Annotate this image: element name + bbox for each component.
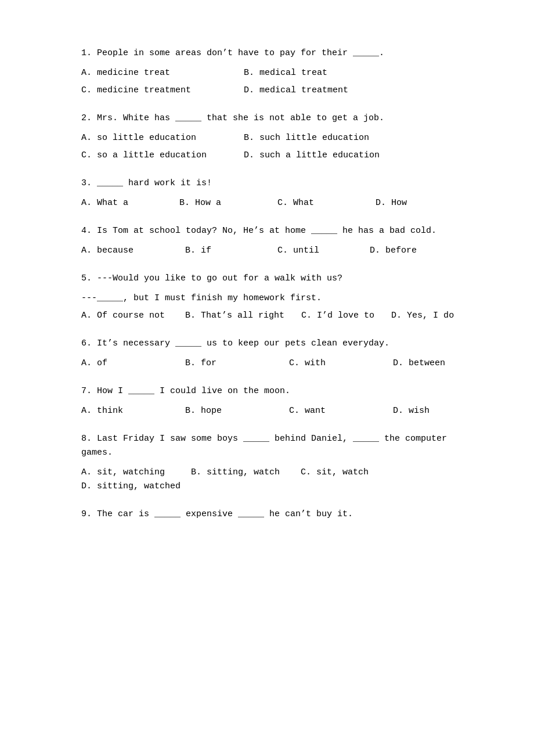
question-4-option-b: B. if: [185, 244, 255, 258]
question-7: 7. How I _____ I could live on the moon.…: [81, 384, 476, 418]
exam-content: 1. People in some areas don’t have to pa…: [81, 46, 476, 521]
question-2-text: 2. Mrs. White has _____ that she is not …: [81, 111, 476, 125]
question-2-option-d: D. such a little education: [244, 149, 406, 163]
question-6-option-c: C. with: [289, 357, 370, 370]
question-5-subtext: ---_____, but I must finish my homework …: [81, 291, 476, 305]
question-3-option-a: A. What a: [81, 196, 151, 210]
question-5-options: A. Of course not B. That’s all right C. …: [81, 309, 476, 323]
question-4-option-c: C. until: [277, 244, 347, 258]
question-8-option-a: A. sit, watching: [81, 466, 174, 480]
question-7-option-c: C. want: [289, 404, 370, 418]
question-4-text: 4. Is Tom at school today? No, He’s at h…: [81, 224, 476, 238]
question-4-options: A. because B. if C. until D. before: [81, 244, 476, 258]
question-1-option-d: D. medical treatment: [244, 84, 406, 98]
question-1-option-b: B. medical treat: [244, 66, 406, 80]
question-6-text: 6. It’s necessary _____ us to keep our p…: [81, 337, 476, 351]
question-9: 9. The car is _____ expensive _____ he c…: [81, 507, 476, 521]
question-4-option-a: A. because: [81, 244, 163, 258]
question-5-option-a: A. Of course not: [81, 309, 168, 323]
question-1-option-c: C. medicine treatment: [81, 84, 244, 98]
question-2-options-row1: A. so little education B. such little ed…: [81, 131, 476, 145]
question-5-option-c: C. I’d love to: [301, 309, 374, 323]
question-1-text: 1. People in some areas don’t have to pa…: [81, 46, 476, 60]
question-7-text: 7. How I _____ I could live on the moon.: [81, 384, 476, 398]
question-5-text: 5. ---Would you like to go out for a wal…: [81, 272, 476, 286]
question-8-text: 8. Last Friday I saw some boys _____ beh…: [81, 432, 476, 460]
question-2-option-a: A. so little education: [81, 131, 244, 145]
question-1-option-a: A. medicine treat: [81, 66, 244, 80]
question-8-options: A. sit, watching B. sitting, watch C. si…: [81, 466, 476, 494]
question-6-options: A. of B. for C. with D. between: [81, 357, 476, 370]
question-7-option-b: B. hope: [185, 404, 266, 418]
question-3-option-c: C. What: [277, 196, 347, 210]
question-2: 2. Mrs. White has _____ that she is not …: [81, 111, 476, 163]
question-8-option-b: B. sitting, watch: [191, 466, 284, 480]
question-9-text: 9. The car is _____ expensive _____ he c…: [81, 507, 476, 521]
question-3-text: 3. _____ hard work it is!: [81, 177, 476, 190]
question-7-option-d: D. wish: [393, 404, 430, 418]
question-3-option-b: B. How a: [179, 196, 249, 210]
question-7-options: A. think B. hope C. want D. wish: [81, 404, 476, 418]
question-5: 5. ---Would you like to go out for a wal…: [81, 272, 476, 323]
question-3: 3. _____ hard work it is! A. What a B. H…: [81, 177, 476, 210]
question-4-option-d: D. before: [370, 244, 417, 258]
question-6-option-d: D. between: [393, 357, 445, 370]
question-1-options-row2: C. medicine treatment D. medical treatme…: [81, 84, 476, 98]
question-3-options: A. What a B. How a C. What D. How: [81, 196, 476, 210]
question-8-option-d: D. sitting, watched: [81, 480, 181, 494]
question-1-options-row1: A. medicine treat B. medical treat: [81, 66, 476, 80]
question-2-option-b: B. such little education: [244, 131, 406, 145]
question-7-option-a: A. think: [81, 404, 163, 418]
question-6-option-b: B. for: [185, 357, 266, 370]
question-1: 1. People in some areas don’t have to pa…: [81, 46, 476, 98]
question-3-option-d: D. How: [376, 196, 434, 210]
question-6-option-a: A. of: [81, 357, 163, 370]
question-2-option-c: C. so a little education: [81, 149, 244, 163]
question-5-option-b: B. That’s all right: [185, 309, 284, 323]
question-2-options-row2: C. so a little education D. such a littl…: [81, 149, 476, 163]
question-8: 8. Last Friday I saw some boys _____ beh…: [81, 432, 476, 494]
question-5-option-d: D. Yes, I do: [391, 309, 454, 323]
question-6: 6. It’s necessary _____ us to keep our p…: [81, 337, 476, 370]
question-8-option-c: C. sit, watch: [301, 466, 382, 480]
question-4: 4. Is Tom at school today? No, He’s at h…: [81, 224, 476, 258]
